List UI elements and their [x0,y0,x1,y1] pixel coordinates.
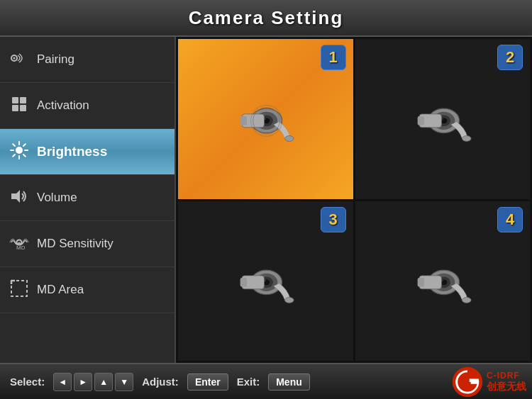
footer: Select: ◄ ► ▲ ▼ Adjust: Enter Exit: Menu… [0,363,532,399]
header: Camera Setting [0,0,532,37]
main-content: Pairing Activation [0,37,532,363]
svg-point-6 [16,147,23,154]
logo-idrf-text: C-IDRF [487,371,526,381]
logo: C-IDRF 创意无线 [451,366,526,398]
svg-rect-37 [417,116,423,125]
svg-line-13 [23,144,26,146]
camera-cell-2[interactable]: 2 [355,39,531,199]
camera-icon-2 [404,87,482,151]
svg-rect-53 [417,278,423,287]
camera-cell-4[interactable]: 4 [355,201,531,361]
svg-point-28 [285,135,294,141]
logo-chinese-text: 创意无线 [487,381,526,393]
sidebar-item-md-sensitivity[interactable]: MD MD Sensitivity [0,221,174,267]
logo-icon [451,366,484,398]
camera-icon-3 [226,249,304,313]
svg-rect-27 [240,116,247,125]
svg-line-14 [13,154,15,157]
svg-rect-56 [471,381,479,384]
nav-left-button[interactable]: ◄ [53,373,72,391]
svg-marker-15 [11,190,20,203]
volume-icon [9,189,30,208]
svg-rect-3 [20,97,26,103]
camera-icon-4 [404,249,482,313]
md-sensitivity-label: MD Sensitivity [37,237,113,251]
camera-icon-1 [226,87,304,151]
svg-rect-18 [11,281,27,296]
menu-button[interactable]: Menu [268,373,310,390]
camera-cell-3[interactable]: 3 [178,201,353,361]
svg-rect-4 [12,105,18,111]
pairing-icon [9,51,30,69]
camera-cell-1[interactable]: 1 [178,39,353,199]
activation-label: Activation [37,99,89,113]
sidebar-item-pairing[interactable]: Pairing [0,37,174,83]
svg-rect-45 [240,278,247,287]
nav-down-button[interactable]: ▼ [115,373,133,391]
brightness-icon [9,141,30,163]
sidebar-item-activation[interactable]: Activation [0,83,174,129]
nav-buttons: ◄ ► ▲ ▼ [53,373,133,391]
md-area-label: MD Area [37,283,84,297]
nav-up-button[interactable]: ▲ [94,373,113,391]
svg-rect-2 [12,97,18,103]
camera-number-2: 2 [497,45,523,70]
exit-label: Exit: [237,376,260,388]
md-sensitivity-icon: MD [9,235,30,254]
svg-rect-5 [20,105,26,111]
enter-button[interactable]: Enter [187,373,228,390]
svg-point-46 [285,298,294,303]
activation-icon [9,96,30,116]
camera-number-1: 1 [321,45,346,70]
sidebar-item-brightness[interactable]: Brightness [0,129,174,175]
svg-line-12 [23,154,26,157]
camera-number-3: 3 [321,207,346,232]
volume-label: Volume [37,191,77,205]
sidebar: Pairing Activation [0,37,176,363]
nav-right-button[interactable]: ► [74,373,92,391]
sidebar-item-volume[interactable]: Volume [0,175,174,221]
select-label: Select: [10,376,45,388]
svg-text:MD: MD [16,245,26,250]
svg-line-11 [13,144,15,146]
camera-number-4: 4 [497,207,523,232]
svg-point-1 [13,57,16,59]
brightness-label: Brightness [37,144,107,159]
svg-point-38 [462,135,471,141]
page-title: Camera Setting [189,7,344,29]
md-area-icon [9,279,30,301]
adjust-label: Adjust: [142,376,179,388]
camera-grid: 1 2 [176,37,532,363]
svg-point-54 [462,298,471,303]
sidebar-item-md-area[interactable]: MD Area [0,267,174,313]
pairing-label: Pairing [37,52,74,67]
logo-text: C-IDRF 创意无线 [487,371,526,393]
